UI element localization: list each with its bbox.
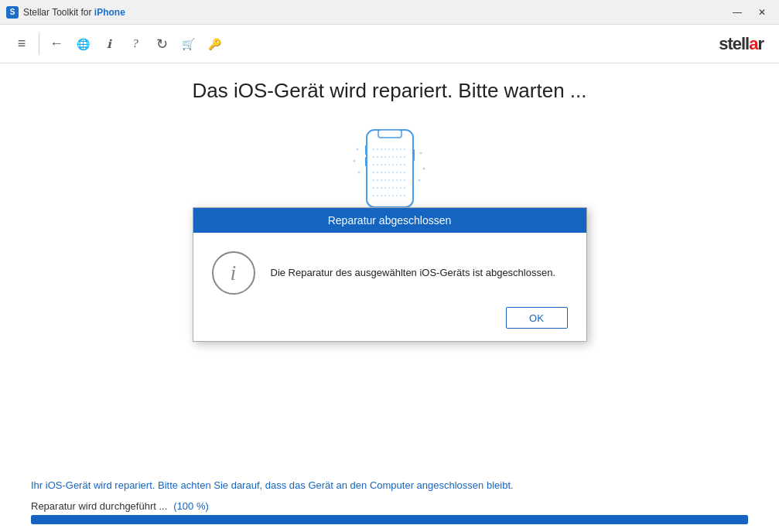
key-button[interactable]: 🔑: [202, 32, 227, 56]
main-content: Das iOS-Gerät wird repariert. Bitte wart…: [0, 63, 779, 462]
svg-point-14: [357, 172, 360, 174]
svg-rect-2: [365, 145, 367, 155]
phone-illustration: [343, 126, 436, 211]
globe-button[interactable]: 🌐: [70, 32, 95, 56]
progress-label: Reparatur wird durchgeführt ...: [31, 500, 167, 512]
progress-bar: [31, 515, 748, 524]
minimize-button[interactable]: —: [726, 5, 748, 20]
title-bar: S Stellar Toolkit for iPhone — ✕: [0, 0, 779, 25]
svg-rect-3: [365, 157, 367, 166]
page-heading: Das iOS-Gerät wird repariert. Bitte wart…: [192, 79, 586, 103]
progress-area: Reparatur wird durchgeführt ... (100 %): [31, 500, 748, 524]
dialog-buttons: OK: [212, 307, 568, 329]
svg-point-17: [418, 179, 420, 182]
svg-point-16: [422, 168, 425, 170]
cart-button[interactable]: 🛒: [176, 32, 200, 56]
dialog-message: Die Reparatur des ausgewählten iOS-Gerät…: [271, 265, 556, 281]
svg-rect-1: [378, 130, 401, 138]
back-button[interactable]: ←: [44, 32, 69, 56]
window-title: Stellar Toolkit for iPhone: [23, 7, 125, 18]
info-button[interactable]: ℹ: [97, 32, 121, 56]
toolbar: ≡ ← 🌐 ℹ ? ↻ 🛒 🔑 stellar: [0, 25, 779, 63]
window-controls: — ✕: [726, 5, 773, 20]
dialog-body: i Die Reparatur des ausgewählten iOS-Ger…: [193, 233, 586, 341]
title-bar-left: S Stellar Toolkit for iPhone: [6, 6, 125, 19]
dialog-title-bar: Reparatur abgeschlossen: [193, 208, 586, 233]
svg-point-15: [419, 152, 422, 155]
dialog-message-row: i Die Reparatur des ausgewählten iOS-Ger…: [212, 251, 568, 295]
svg-point-12: [356, 148, 358, 151]
help-button[interactable]: ?: [123, 32, 148, 56]
progress-percent: (100 %): [173, 500, 209, 512]
svg-point-13: [353, 160, 355, 162]
progress-bar-fill: [31, 515, 748, 524]
close-button[interactable]: ✕: [751, 5, 773, 20]
ok-button[interactable]: OK: [506, 307, 568, 329]
app-icon: S: [6, 6, 19, 19]
dialog-title-text: Reparatur abgeschlossen: [328, 214, 452, 227]
toolbar-separator: [39, 33, 39, 55]
stellar-logo: stellar: [719, 34, 770, 54]
menu-button[interactable]: ≡: [9, 32, 34, 56]
svg-rect-4: [413, 149, 415, 161]
info-icon: i: [212, 251, 255, 295]
dialog-box: Reparatur abgeschlossen i Die Reparatur …: [193, 207, 587, 342]
status-text: Ihr iOS-Gerät wird repariert. Bitte acht…: [31, 478, 572, 493]
progress-label-row: Reparatur wird durchgeführt ... (100 %): [31, 500, 748, 512]
bottom-section: Ihr iOS-Gerät wird repariert. Bitte acht…: [0, 462, 779, 533]
refresh-button[interactable]: ↻: [149, 32, 174, 56]
